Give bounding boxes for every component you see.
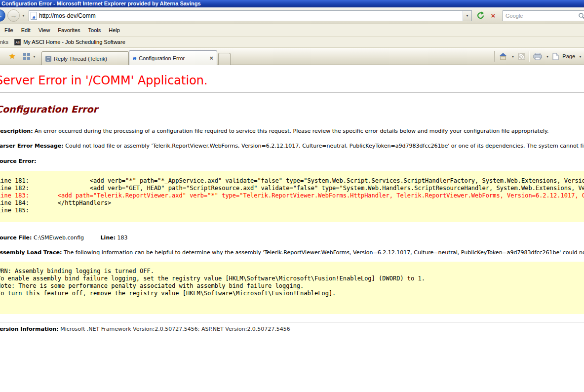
stop-icon: × (491, 11, 496, 20)
tab-reply-thread[interactable]: Reply Thread (Telerik) (41, 51, 129, 65)
line-label: Line: (101, 235, 116, 241)
refresh-icon (476, 11, 485, 20)
recent-pages-dropdown[interactable]: ▼ (22, 14, 25, 17)
tab-configuration-error[interactable]: e Configuration Error × (129, 50, 217, 65)
back-arrow-icon: ← (0, 11, 3, 19)
parser-error-row: Parser Error Message: Could not load fil… (0, 143, 584, 149)
back-button[interactable]: ← (0, 9, 5, 22)
favorites-star-icon[interactable]: ★ (9, 52, 15, 61)
source-file-row: Source File: C:\SME\web.config Line: 183 (0, 235, 584, 241)
code-line: Line 185: (0, 207, 584, 214)
assembly-trace-text: The following information can be helpful… (64, 249, 584, 256)
parser-error-label: Parser Error Message: (0, 143, 64, 149)
menu-item[interactable]: Favorites (54, 25, 84, 35)
page-menu-button[interactable]: Page (562, 53, 575, 59)
print-icon[interactable] (533, 53, 542, 60)
source-error-box: Line 181: <add verb="*" path="*_AppServi… (0, 171, 584, 222)
navigation-bar: ← → ▼ e ▼ × (0, 7, 584, 24)
fusion-log-box: WRN: Assembly binding logging is turned … (0, 262, 584, 314)
description-text: An error occurred during the processing … (35, 128, 548, 134)
title-bar[interactable]: Configuration Error - Microsoft Internet… (0, 0, 584, 7)
fusion-log-line: To turn this feature off, remove the reg… (0, 290, 584, 297)
ie-page-icon: e (31, 12, 37, 20)
source-file-label: Source File: (0, 235, 32, 241)
asci-home-icon: AS (14, 39, 21, 45)
home-icon[interactable] (499, 53, 507, 60)
tab-list-dropdown[interactable]: ▼ (33, 55, 36, 58)
quick-tabs-icon[interactable] (23, 53, 30, 60)
fusion-log-line: To enable assembly bind failure logging,… (0, 275, 584, 282)
source-error-row: Source Error: (0, 158, 584, 164)
links-bar-link[interactable]: AS My ASCI Home - Job Scheduling Softwar… (14, 39, 125, 45)
page-content: Server Error in '/COMM' Application. Con… (0, 65, 584, 392)
window-title: Configuration Error - Microsoft Internet… (1, 0, 201, 6)
tab-bar: ★ ▼ Reply Thread (Telerik) e Configurati… (0, 48, 584, 65)
browser-window: Configuration Error - Microsoft Internet… (0, 0, 584, 392)
feeds-icon[interactable] (518, 53, 525, 60)
menu-item[interactable]: View (35, 25, 54, 35)
separator (529, 51, 530, 62)
page-title: Server Error in '/COMM' Application. (0, 74, 584, 87)
close-tab-icon[interactable]: × (209, 54, 213, 62)
separator (494, 51, 495, 62)
error-subtitle: Configuration Error (0, 104, 584, 115)
menu-item[interactable]: Help (105, 25, 124, 35)
forward-arrow-icon: → (10, 11, 17, 19)
fusion-log-line: Note: There is some performance penalty … (0, 282, 584, 290)
address-input[interactable] (39, 12, 463, 19)
divider (0, 322, 584, 322)
tab-label: Reply Thread (Telerik) (54, 56, 107, 62)
telerik-site-icon (45, 56, 51, 62)
description-row: Description: An error occurred during th… (0, 128, 584, 134)
menu-item[interactable]: Tools (84, 25, 105, 35)
links-bar: nks AS My ASCI Home - Job Scheduling Sof… (0, 37, 584, 48)
code-line: Line 181: <add verb="*" path="*_AppServi… (0, 177, 584, 185)
search-input[interactable] (503, 13, 578, 19)
stop-button[interactable]: × (488, 11, 499, 21)
menu-bar: File Edit View Favorites Tools Help (0, 24, 584, 37)
ie-icon: e (133, 54, 136, 62)
parser-error-text: Could not load file or assembly 'Telerik… (65, 143, 584, 149)
menu-item[interactable]: Edit (17, 25, 35, 35)
code-line: Line 183: <add path="Telerik.ReportViewe… (0, 192, 584, 199)
menu-item[interactable]: File (0, 25, 17, 35)
search-icon[interactable] (578, 12, 584, 19)
divider (0, 92, 584, 93)
version-info-row: Version Information: Microsoft .NET Fram… (0, 326, 584, 332)
version-info-text: Microsoft .NET Framework Version:2.0.507… (60, 326, 290, 332)
line-number: 183 (117, 235, 128, 241)
page-dropdown[interactable]: ▼ (579, 55, 582, 58)
page-icon (552, 53, 559, 60)
new-tab-stub[interactable] (218, 53, 231, 65)
home-dropdown[interactable]: ▼ (511, 55, 514, 58)
command-bar: ▼ ▼ Page ▼ (494, 51, 582, 62)
code-line: Line 184: </httpHandlers> (0, 199, 584, 207)
assembly-trace-label: Assembly Load Trace: (0, 249, 62, 256)
print-dropdown[interactable]: ▼ (545, 55, 549, 58)
search-box (503, 10, 584, 21)
address-bar: e ▼ (29, 10, 472, 21)
code-line: Line 182: <add verb="GET, HEAD" path="Sc… (0, 185, 584, 192)
forward-button[interactable]: → (7, 9, 20, 22)
source-error-label: Source Error: (0, 158, 36, 164)
refresh-button[interactable] (475, 11, 486, 21)
links-bar-link-label: My ASCI Home - Job Scheduling Software (23, 39, 125, 45)
source-file-value: C:\SME\web.config (34, 235, 84, 241)
tab-label: Configuration Error (139, 55, 185, 61)
address-dropdown[interactable]: ▼ (463, 11, 471, 21)
fusion-log-line: WRN: Assembly binding logging is turned … (0, 268, 584, 275)
description-label: Description: (0, 128, 33, 134)
links-bar-label: nks (0, 39, 8, 45)
assembly-trace-row: Assembly Load Trace: The following infor… (0, 249, 584, 256)
version-info-label: Version Information: (0, 326, 59, 332)
